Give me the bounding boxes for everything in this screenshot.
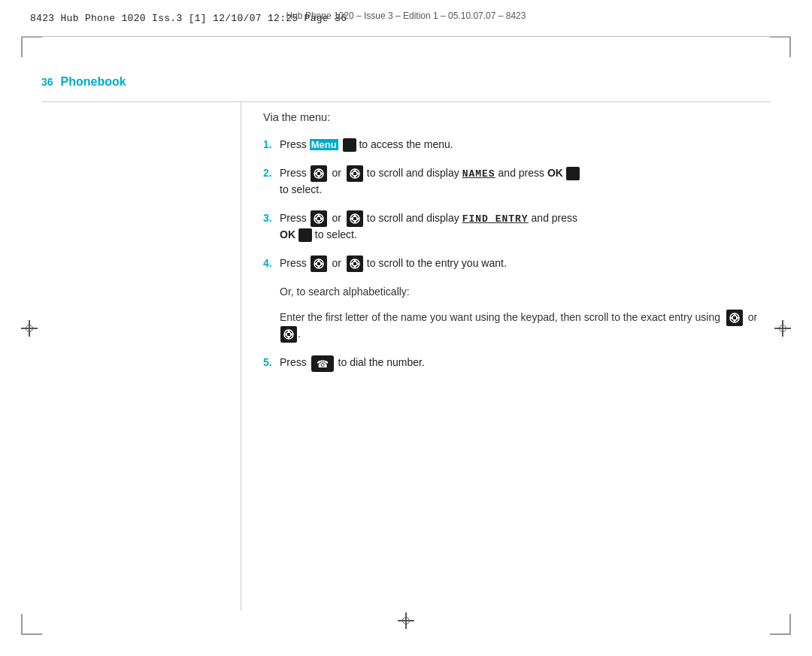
corner-mark-br	[770, 614, 791, 635]
page-number: 36	[41, 76, 53, 88]
via-menu-label: Via the menu:	[263, 111, 759, 123]
top-rule	[21, 36, 791, 37]
step-2: 2. Press or	[263, 165, 759, 198]
crosshair-bottom	[398, 612, 414, 629]
ok-button-2	[566, 167, 580, 180]
main-content: Via the menu: 1. Press Menu to access th…	[263, 111, 759, 384]
corner-mark-tl	[21, 36, 42, 57]
find-entry-label: FIND ENTRY	[462, 213, 529, 225]
nav-down-icon-3b	[347, 210, 363, 227]
step-5: 5. Press ☎ to dial the number.	[263, 355, 759, 371]
corner-mark-tr	[770, 36, 791, 57]
page-section: 36 Phonebook	[41, 75, 126, 89]
or-text-2: or	[332, 167, 341, 179]
steps-list: 1. Press Menu to access the menu. 2. Pre…	[263, 137, 759, 272]
step-5-num: 5.	[263, 355, 280, 371]
svg-rect-0	[311, 165, 327, 182]
or-text-3: or	[332, 212, 341, 224]
section-rule	[41, 101, 771, 102]
ok-button-3	[298, 228, 312, 242]
step-2-body: Press or to scro	[280, 165, 759, 198]
section-title: Phonebook	[61, 75, 126, 89]
ok-label-2: OK	[547, 167, 563, 179]
svg-rect-42	[280, 326, 297, 343]
header-center-text: Hub Phone 1020 – Issue 3 – Edition 1 – 0…	[0, 0, 812, 21]
svg-rect-36	[726, 310, 743, 326]
vertical-rule	[241, 101, 241, 611]
names-label: NAMES	[462, 168, 495, 180]
menu-button-icon	[343, 138, 356, 152]
step-5-body: Press ☎ to dial the number.	[280, 355, 759, 371]
step-3: 3. Press or	[263, 210, 759, 243]
nav-icon-alpha1	[726, 310, 743, 326]
step-4-body: Press or to scro	[280, 255, 759, 272]
nav-icon-alpha2	[280, 326, 297, 343]
svg-rect-6	[347, 165, 363, 182]
nav-down-icon-2b	[347, 165, 363, 182]
svg-rect-18	[347, 210, 363, 227]
step-2-num: 2.	[263, 165, 280, 182]
step-1: 1. Press Menu to access the menu.	[263, 137, 759, 153]
nav-down-icon-4b	[347, 255, 363, 272]
ok-label-3: OK	[280, 228, 295, 240]
step-1-body: Press Menu to access the menu.	[280, 137, 759, 153]
alpha-detail: Enter the first letter of the name you w…	[280, 310, 759, 343]
svg-rect-12	[311, 210, 327, 227]
step-3-num: 3.	[263, 210, 280, 227]
svg-text:☎: ☎	[317, 358, 329, 370]
svg-rect-24	[311, 255, 327, 272]
menu-label: Menu	[310, 139, 338, 150]
svg-rect-30	[347, 255, 363, 272]
crosshair-right	[774, 320, 791, 337]
corner-mark-bl	[21, 614, 42, 635]
nav-up-icon-2a	[311, 165, 327, 182]
step-3-body: Press or to scro	[280, 210, 759, 243]
alpha-note: Or, to search alphabetically:	[280, 284, 759, 301]
step-1-num: 1.	[263, 137, 280, 153]
dial-button-icon: ☎	[311, 355, 334, 372]
nav-up-icon-4a	[311, 255, 327, 272]
or-text-4: or	[332, 257, 341, 269]
nav-up-icon-3a	[311, 210, 327, 227]
crosshair-left	[21, 320, 38, 337]
step-4-num: 4.	[263, 255, 280, 272]
step-4: 4. Press or	[263, 255, 759, 272]
